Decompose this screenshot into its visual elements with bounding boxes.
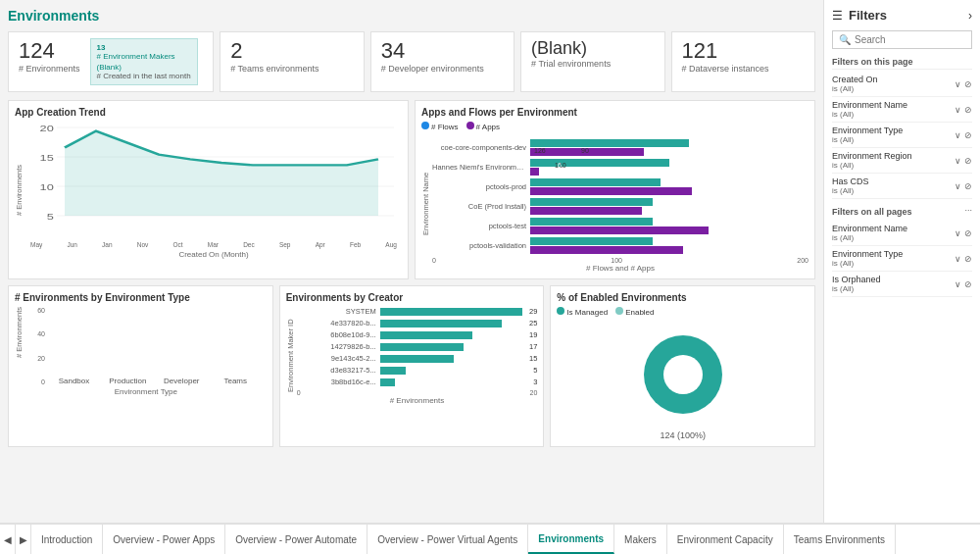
kpi-developer: 34 # Developer environments <box>370 31 514 92</box>
filter-all-env-name: Environment Name is (All) ∨ ⊘ <box>832 221 972 246</box>
app-creation-trend-card: App Creation Trend # Environments <box>8 100 409 279</box>
filter-icon: ☰ <box>832 9 843 23</box>
filter-env-type-clear[interactable]: ⊘ <box>964 130 972 140</box>
apps-flows-card: Apps and Flows per Environment # Flows #… <box>415 100 815 279</box>
app-creation-trend-title: App Creation Trend <box>15 107 402 118</box>
filter-created-on-chevron[interactable]: ∨ <box>955 79 961 89</box>
filters-title: Filters <box>849 8 887 23</box>
page-title: Environments <box>8 8 815 24</box>
kpi-number-environments: 124 <box>19 38 80 64</box>
tab-overview-power-automate[interactable]: Overview - Power Automate <box>225 525 368 554</box>
filter-is-orphaned: Is Orphaned is (All) ∨ ⊘ <box>832 272 972 297</box>
filter-has-cds: Has CDS is (All) ∨ ⊘ <box>832 174 972 199</box>
filter-all-env-type: Environment Type is (All) ∨ ⊘ <box>832 246 972 272</box>
line-chart: 20 15 10 5 <box>25 122 402 239</box>
svg-text:10: 10 <box>40 181 54 191</box>
env-by-type-title: # Environments by Environment Type <box>15 292 267 303</box>
svg-text:20: 20 <box>40 123 54 132</box>
search-box[interactable]: 🔍 <box>832 30 972 49</box>
env-by-type-card: # Environments by Environment Type # Env… <box>8 285 273 447</box>
filter-all-env-name-clear[interactable]: ⊘ <box>964 228 972 238</box>
tab-makers[interactable]: Makers <box>614 525 667 554</box>
tab-next-arrow[interactable]: ▶ <box>16 525 31 554</box>
svg-marker-8 <box>65 131 378 216</box>
filter-all-env-type-chevron[interactable]: ∨ <box>955 254 961 264</box>
charts-row-1: App Creation Trend # Environments <box>8 100 815 279</box>
filter-created-on-clear[interactable]: ⊘ <box>964 79 972 89</box>
filters-all-pages-list: Environment Name is (All) ∨ ⊘ Environmen… <box>832 221 972 297</box>
filters-panel: ☰ Filters › 🔍 Filters on this page Creat… <box>823 0 980 523</box>
enabled-envs-card: % of Enabled Environments Is Managed Ena… <box>550 285 815 447</box>
filter-has-cds-clear[interactable]: ⊘ <box>964 181 972 191</box>
filter-env-name-clear[interactable]: ⊘ <box>964 105 972 115</box>
filter-env-name: Environment Name is (All) ∨ ⊘ <box>832 97 972 123</box>
filter-created-on: Created On is (All) ∨ ⊘ <box>832 72 972 97</box>
filter-env-region-clear[interactable]: ⊘ <box>964 156 972 166</box>
filters-on-page-list: Created On is (All) ∨ ⊘ Environment Name… <box>832 72 972 199</box>
filters-toggle-chevron[interactable]: › <box>968 9 972 23</box>
enabled-envs-title: % of Enabled Environments <box>557 292 808 303</box>
kpi-dataverse: 121 # Dataverse instances <box>671 31 815 92</box>
svg-text:5: 5 <box>47 211 54 221</box>
tab-overview-power-virtual-agents[interactable]: Overview - Power Virtual Agents <box>368 525 528 554</box>
tab-environments[interactable]: Environments <box>528 525 614 554</box>
tab-prev-arrow[interactable]: ◀ <box>0 525 16 554</box>
vbar-chart: 6040200 Sandbox Production Developer Tea… <box>25 307 267 385</box>
filter-all-env-type-clear[interactable]: ⊘ <box>964 254 972 264</box>
filter-env-name-chevron[interactable]: ∨ <box>955 105 961 115</box>
apps-flows-bars: coe-core-components-dev Hannes Niemi's E… <box>432 139 808 254</box>
tab-environment-capacity[interactable]: Environment Capacity <box>667 525 784 554</box>
filters-all-pages-more[interactable]: ··· <box>964 205 972 215</box>
filters-header: ☰ Filters › <box>832 8 972 23</box>
tab-introduction[interactable]: Introduction <box>31 525 103 554</box>
filters-on-page-title: Filters on this page <box>832 57 972 70</box>
kpi-trial: (Blank) # Trial environments <box>520 31 664 92</box>
filters-all-pages-title: Filters on all pages <box>832 207 912 219</box>
filter-env-region: Environment Region is (All) ∨ ⊘ <box>832 148 972 174</box>
apps-flows-title: Apps and Flows per Environment <box>421 107 808 118</box>
filter-has-cds-chevron[interactable]: ∨ <box>955 181 961 191</box>
svg-point-10 <box>663 355 703 394</box>
kpi-teams: 2 # Teams environments <box>220 31 364 92</box>
pie-chart: 124 (100%) <box>557 321 808 440</box>
filter-env-type-chevron[interactable]: ∨ <box>955 130 961 140</box>
kpi-row: 124 # Environments 13 # Environment Make… <box>8 31 815 92</box>
filter-is-orphaned-chevron[interactable]: ∨ <box>955 279 961 289</box>
bottom-row: # Environments by Environment Type # Env… <box>8 285 815 447</box>
filter-is-orphaned-clear[interactable]: ⊘ <box>964 279 972 289</box>
creator-bars: SYSTEM29 4e337820-b...25 6b08e10d-9...19… <box>297 307 538 386</box>
svg-text:15: 15 <box>40 152 54 162</box>
env-by-creator-card: Environments by Creator Environment Make… <box>279 285 545 447</box>
filter-env-type: Environment Type is (All) ∨ ⊘ <box>832 123 972 148</box>
search-icon: 🔍 <box>839 34 851 45</box>
env-by-creator-title: Environments by Creator <box>286 292 538 303</box>
tab-bar: ◀ ▶ Introduction Overview - Power Apps O… <box>0 523 980 554</box>
kpi-environments: 124 # Environments 13 # Environment Make… <box>8 31 214 92</box>
filter-all-env-name-chevron[interactable]: ∨ <box>955 228 961 238</box>
search-input[interactable] <box>855 34 965 45</box>
tab-overview-power-apps[interactable]: Overview - Power Apps <box>103 525 225 554</box>
tab-teams-environments[interactable]: Teams Environments <box>784 525 896 554</box>
filter-env-region-chevron[interactable]: ∨ <box>955 156 961 166</box>
